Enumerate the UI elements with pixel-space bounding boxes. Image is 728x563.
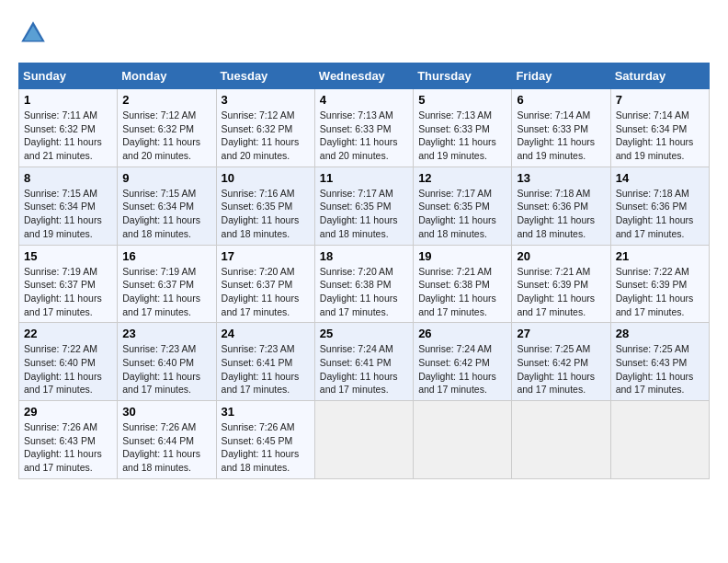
day-number: 28 (616, 327, 704, 340)
calendar-week-row: 1 Sunrise: 7:11 AM Sunset: 6:32 PM Dayli… (19, 89, 710, 167)
calendar-header-row: SundayMondayTuesdayWednesdayThursdayFrid… (19, 63, 710, 89)
day-info: Sunrise: 7:18 AM Sunset: 6:36 PM Dayligh… (616, 187, 704, 241)
day-number: 17 (222, 249, 310, 263)
calendar-cell (314, 401, 413, 479)
day-info: Sunrise: 7:20 AM Sunset: 6:38 PM Dayligh… (320, 265, 408, 319)
day-info: Sunrise: 7:11 AM Sunset: 6:32 PM Dayligh… (24, 109, 112, 163)
day-number: 5 (418, 93, 506, 107)
day-info: Sunrise: 7:14 AM Sunset: 6:34 PM Dayligh… (616, 109, 704, 163)
calendar-cell: 31 Sunrise: 7:26 AM Sunset: 6:45 PM Dayl… (216, 401, 314, 479)
day-info: Sunrise: 7:14 AM Sunset: 6:33 PM Dayligh… (517, 109, 605, 163)
column-header-saturday: Saturday (610, 63, 709, 89)
day-info: Sunrise: 7:25 AM Sunset: 6:42 PM Dayligh… (517, 342, 605, 396)
calendar-cell (512, 401, 610, 479)
calendar-cell: 13 Sunrise: 7:18 AM Sunset: 6:36 PM Dayl… (512, 167, 610, 245)
calendar-cell: 16 Sunrise: 7:19 AM Sunset: 6:37 PM Dayl… (118, 245, 216, 323)
day-number: 3 (222, 93, 310, 107)
day-number: 10 (222, 171, 310, 185)
calendar-cell: 19 Sunrise: 7:21 AM Sunset: 6:38 PM Dayl… (414, 245, 512, 323)
day-info: Sunrise: 7:19 AM Sunset: 6:37 PM Dayligh… (24, 265, 112, 319)
day-info: Sunrise: 7:17 AM Sunset: 6:35 PM Dayligh… (320, 187, 408, 241)
day-number: 9 (122, 171, 210, 185)
day-number: 16 (122, 249, 210, 263)
calendar-cell: 10 Sunrise: 7:16 AM Sunset: 6:35 PM Dayl… (216, 167, 314, 245)
day-number: 18 (320, 249, 408, 263)
day-number: 11 (320, 171, 408, 185)
day-number: 4 (320, 93, 408, 107)
day-number: 14 (616, 171, 704, 185)
calendar-cell: 14 Sunrise: 7:18 AM Sunset: 6:36 PM Dayl… (610, 167, 709, 245)
day-number: 25 (320, 327, 408, 340)
day-number: 15 (24, 249, 112, 263)
day-number: 22 (24, 327, 112, 340)
calendar-cell: 20 Sunrise: 7:21 AM Sunset: 6:39 PM Dayl… (512, 245, 610, 323)
column-header-monday: Monday (118, 63, 216, 89)
day-info: Sunrise: 7:16 AM Sunset: 6:35 PM Dayligh… (222, 187, 310, 241)
day-info: Sunrise: 7:15 AM Sunset: 6:34 PM Dayligh… (122, 187, 210, 241)
day-number: 7 (616, 93, 704, 107)
day-number: 29 (24, 405, 112, 419)
day-info: Sunrise: 7:15 AM Sunset: 6:34 PM Dayligh… (24, 187, 112, 241)
calendar-cell: 3 Sunrise: 7:12 AM Sunset: 6:32 PM Dayli… (216, 89, 314, 167)
day-info: Sunrise: 7:13 AM Sunset: 6:33 PM Dayligh… (418, 109, 506, 163)
calendar-week-row: 29 Sunrise: 7:26 AM Sunset: 6:43 PM Dayl… (19, 401, 710, 479)
column-header-friday: Friday (512, 63, 610, 89)
calendar-cell: 29 Sunrise: 7:26 AM Sunset: 6:43 PM Dayl… (19, 401, 118, 479)
calendar-cell: 24 Sunrise: 7:23 AM Sunset: 6:41 PM Dayl… (216, 323, 314, 401)
day-info: Sunrise: 7:22 AM Sunset: 6:40 PM Dayligh… (24, 342, 112, 396)
day-info: Sunrise: 7:26 AM Sunset: 6:43 PM Dayligh… (24, 420, 112, 475)
day-number: 31 (222, 405, 310, 419)
calendar-cell: 11 Sunrise: 7:17 AM Sunset: 6:35 PM Dayl… (314, 167, 413, 245)
calendar-cell: 2 Sunrise: 7:12 AM Sunset: 6:32 PM Dayli… (118, 89, 216, 167)
day-number: 27 (517, 327, 605, 340)
calendar-cell: 7 Sunrise: 7:14 AM Sunset: 6:34 PM Dayli… (610, 89, 709, 167)
calendar-cell: 15 Sunrise: 7:19 AM Sunset: 6:37 PM Dayl… (19, 245, 118, 323)
day-info: Sunrise: 7:22 AM Sunset: 6:39 PM Dayligh… (616, 265, 704, 319)
day-info: Sunrise: 7:17 AM Sunset: 6:35 PM Dayligh… (418, 187, 506, 241)
day-info: Sunrise: 7:25 AM Sunset: 6:43 PM Dayligh… (616, 342, 704, 396)
calendar-cell: 26 Sunrise: 7:24 AM Sunset: 6:42 PM Dayl… (414, 323, 512, 401)
calendar-cell: 30 Sunrise: 7:26 AM Sunset: 6:44 PM Dayl… (118, 401, 216, 479)
day-number: 26 (418, 327, 506, 340)
calendar-cell (610, 401, 709, 479)
day-info: Sunrise: 7:20 AM Sunset: 6:37 PM Dayligh… (222, 265, 310, 319)
column-header-sunday: Sunday (19, 63, 118, 89)
calendar-table: SundayMondayTuesdayWednesdayThursdayFrid… (18, 63, 710, 479)
calendar-week-row: 8 Sunrise: 7:15 AM Sunset: 6:34 PM Dayli… (19, 167, 710, 245)
day-info: Sunrise: 7:24 AM Sunset: 6:42 PM Dayligh… (418, 342, 506, 396)
calendar-cell: 6 Sunrise: 7:14 AM Sunset: 6:33 PM Dayli… (512, 89, 610, 167)
day-number: 12 (418, 171, 506, 185)
logo-icon (18, 18, 48, 48)
calendar-week-row: 15 Sunrise: 7:19 AM Sunset: 6:37 PM Dayl… (19, 245, 710, 323)
day-number: 19 (418, 249, 506, 263)
day-info: Sunrise: 7:26 AM Sunset: 6:45 PM Dayligh… (222, 420, 310, 475)
day-info: Sunrise: 7:12 AM Sunset: 6:32 PM Dayligh… (122, 109, 210, 163)
column-header-wednesday: Wednesday (314, 63, 413, 89)
calendar-cell: 28 Sunrise: 7:25 AM Sunset: 6:43 PM Dayl… (610, 323, 709, 401)
calendar-cell: 9 Sunrise: 7:15 AM Sunset: 6:34 PM Dayli… (118, 167, 216, 245)
day-number: 13 (517, 171, 605, 185)
calendar-cell: 21 Sunrise: 7:22 AM Sunset: 6:39 PM Dayl… (610, 245, 709, 323)
calendar-cell: 1 Sunrise: 7:11 AM Sunset: 6:32 PM Dayli… (19, 89, 118, 167)
day-info: Sunrise: 7:24 AM Sunset: 6:41 PM Dayligh… (320, 342, 408, 396)
calendar-cell: 17 Sunrise: 7:20 AM Sunset: 6:37 PM Dayl… (216, 245, 314, 323)
day-number: 23 (122, 327, 210, 340)
calendar-cell: 5 Sunrise: 7:13 AM Sunset: 6:33 PM Dayli… (414, 89, 512, 167)
calendar-cell: 22 Sunrise: 7:22 AM Sunset: 6:40 PM Dayl… (19, 323, 118, 401)
calendar-cell: 8 Sunrise: 7:15 AM Sunset: 6:34 PM Dayli… (19, 167, 118, 245)
logo (18, 18, 51, 48)
calendar-cell: 4 Sunrise: 7:13 AM Sunset: 6:33 PM Dayli… (314, 89, 413, 167)
day-info: Sunrise: 7:19 AM Sunset: 6:37 PM Dayligh… (122, 265, 210, 319)
day-info: Sunrise: 7:23 AM Sunset: 6:40 PM Dayligh… (122, 342, 210, 396)
calendar-cell: 12 Sunrise: 7:17 AM Sunset: 6:35 PM Dayl… (414, 167, 512, 245)
page-header (18, 18, 710, 48)
column-header-thursday: Thursday (414, 63, 512, 89)
day-number: 2 (122, 93, 210, 107)
calendar-cell: 18 Sunrise: 7:20 AM Sunset: 6:38 PM Dayl… (314, 245, 413, 323)
day-info: Sunrise: 7:18 AM Sunset: 6:36 PM Dayligh… (517, 187, 605, 241)
day-number: 8 (24, 171, 112, 185)
day-number: 24 (222, 327, 310, 340)
day-info: Sunrise: 7:21 AM Sunset: 6:38 PM Dayligh… (418, 265, 506, 319)
calendar-cell (414, 401, 512, 479)
day-info: Sunrise: 7:26 AM Sunset: 6:44 PM Dayligh… (122, 420, 210, 475)
